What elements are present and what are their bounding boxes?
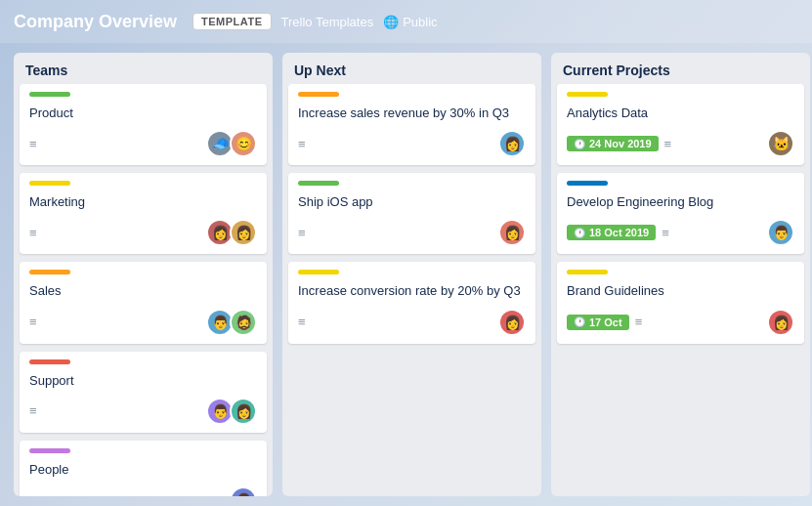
card-color-bar	[29, 359, 70, 364]
card-footer: ≡ 👨	[29, 486, 257, 496]
card-title: People	[29, 461, 257, 479]
card-title: Product	[29, 105, 257, 122]
card-avatars: 👨 🧔	[206, 309, 257, 336]
column-current-projects-cards: Analytics Data 🕐 24 Nov 2019 ≡ 🐱	[551, 84, 810, 496]
card-footer: ≡ 👨 🧔	[29, 309, 257, 336]
card-title: Sales	[29, 282, 257, 300]
card-color-bar	[567, 181, 608, 186]
card-people[interactable]: People ≡ 👨	[20, 441, 267, 496]
card-footer: 🕐 17 Oct ≡ 👩	[567, 309, 794, 336]
menu-icon: ≡	[664, 138, 672, 150]
menu-icon: ≡	[29, 138, 37, 150]
date-badge[interactable]: 🕐 24 Nov 2019	[567, 136, 659, 151]
card-sales[interactable]: Sales ≡ 👨 🧔	[20, 262, 267, 343]
menu-icon: ≡	[298, 227, 306, 239]
avatar: 😊	[230, 130, 257, 157]
column-up-next-header: Up Next	[282, 53, 541, 84]
card-marketing[interactable]: Marketing ≡ 👩 👩	[20, 173, 267, 254]
card-product[interactable]: Product ≡ 🧢 😊	[20, 84, 267, 165]
avatar: 🧔	[230, 309, 257, 336]
menu-icon: ≡	[29, 404, 37, 417]
board-title: Company Overview	[14, 12, 177, 32]
card-title: Develop Engineering Blog	[567, 193, 794, 211]
clock-icon: 🕐	[574, 316, 585, 327]
card-increase-sales[interactable]: Increase sales revenue by 30% in Q3 ≡ 👩	[288, 84, 535, 165]
card-color-bar	[298, 181, 339, 186]
menu-icon: ≡	[29, 227, 37, 239]
avatar: 🐱	[767, 130, 794, 157]
menu-icon: ≡	[298, 316, 306, 328]
column-current-projects-header: Current Projects	[551, 53, 810, 84]
card-avatars: 👩	[498, 219, 526, 246]
column-current-projects: Current Projects Analytics Data 🕐 24 Nov…	[551, 53, 810, 496]
clock-icon: 🕐	[574, 139, 585, 149]
trello-templates-link[interactable]: Trello Templates	[281, 15, 374, 29]
card-title: Analytics Data	[567, 105, 794, 122]
card-color-bar	[29, 448, 70, 453]
column-up-next-cards: Increase sales revenue by 30% in Q3 ≡ 👩 …	[282, 84, 541, 496]
card-title: Marketing	[29, 193, 257, 211]
menu-icon: ≡	[662, 227, 669, 239]
card-avatars: 👩	[498, 130, 526, 157]
date-text: 24 Nov 2019	[589, 138, 652, 149]
card-title: Increase conversion rate by 20% by Q3	[298, 282, 526, 300]
public-link[interactable]: 🌐 Public	[383, 15, 437, 29]
card-title: Brand Guidelines	[567, 282, 794, 300]
menu-icon: ≡	[298, 138, 306, 150]
card-footer: ≡ 🧢 😊	[29, 130, 257, 157]
board-area: Teams Product ≡ 🧢 😊	[0, 43, 812, 506]
card-footer: ≡ 👩	[298, 130, 526, 157]
card-date-area: 🕐 17 Oct ≡	[567, 315, 642, 330]
card-date-area: 🕐 18 Oct 2019 ≡	[567, 225, 669, 240]
card-footer: ≡ 👩	[298, 309, 526, 336]
avatar: 👩	[498, 130, 526, 157]
column-teams-header: Teams	[14, 53, 273, 84]
card-avatars: 👨	[230, 486, 257, 496]
card-avatars: 👩	[767, 309, 794, 336]
card-avatars: 👨	[767, 219, 794, 246]
avatar: 👩	[767, 309, 794, 336]
card-footer: ≡ 👨 👩	[29, 398, 257, 425]
card-color-bar	[29, 92, 70, 97]
header: Company Overview TEMPLATE Trello Templat…	[0, 0, 812, 43]
card-color-bar	[298, 270, 339, 274]
card-color-bar	[29, 270, 70, 274]
template-badge[interactable]: TEMPLATE	[192, 13, 271, 30]
card-avatars: 🧢 😊	[206, 130, 257, 157]
column-up-next: Up Next Increase sales revenue by 30% in…	[282, 53, 541, 496]
card-analytics-data[interactable]: Analytics Data 🕐 24 Nov 2019 ≡ 🐱	[557, 84, 804, 165]
card-increase-conversion[interactable]: Increase conversion rate by 20% by Q3 ≡ …	[288, 262, 535, 343]
card-title: Increase sales revenue by 30% in Q3	[298, 105, 526, 122]
card-ship-ios[interactable]: Ship iOS app ≡ 👩	[288, 173, 535, 254]
card-color-bar	[567, 92, 608, 97]
avatar: 👩	[498, 309, 526, 336]
avatar: 👩	[230, 219, 257, 246]
card-color-bar	[29, 181, 70, 186]
public-label: Public	[403, 15, 437, 29]
card-avatars: 👩 👩	[206, 219, 257, 246]
date-badge[interactable]: 🕐 18 Oct 2019	[567, 225, 656, 240]
avatar: 👩	[498, 219, 526, 246]
date-text: 17 Oct	[589, 316, 622, 328]
card-color-bar	[298, 92, 339, 97]
card-avatars: 🐱	[767, 130, 794, 157]
card-engineering-blog[interactable]: Develop Engineering Blog 🕐 18 Oct 2019 ≡…	[557, 173, 804, 254]
menu-icon: ≡	[29, 493, 37, 496]
card-title: Ship iOS app	[298, 193, 526, 211]
card-footer: ≡ 👩	[298, 219, 526, 246]
avatar: 👨	[767, 219, 794, 246]
clock-icon: 🕐	[574, 228, 585, 238]
card-footer: 🕐 24 Nov 2019 ≡ 🐱	[567, 130, 794, 157]
avatar: 👩	[230, 398, 257, 425]
avatar: 👨	[230, 486, 257, 496]
column-teams: Teams Product ≡ 🧢 😊	[14, 53, 273, 496]
card-avatars: 👩	[498, 309, 526, 336]
card-title: Support	[29, 372, 257, 390]
card-footer: 🕐 18 Oct 2019 ≡ 👨	[567, 219, 794, 246]
date-badge[interactable]: 🕐 17 Oct	[567, 315, 629, 330]
globe-icon: 🌐	[383, 15, 399, 29]
menu-icon: ≡	[29, 316, 37, 328]
card-brand-guidelines[interactable]: Brand Guidelines 🕐 17 Oct ≡ 👩	[557, 262, 804, 343]
card-footer: ≡ 👩 👩	[29, 219, 257, 246]
card-support[interactable]: Support ≡ 👨 👩	[20, 352, 267, 433]
